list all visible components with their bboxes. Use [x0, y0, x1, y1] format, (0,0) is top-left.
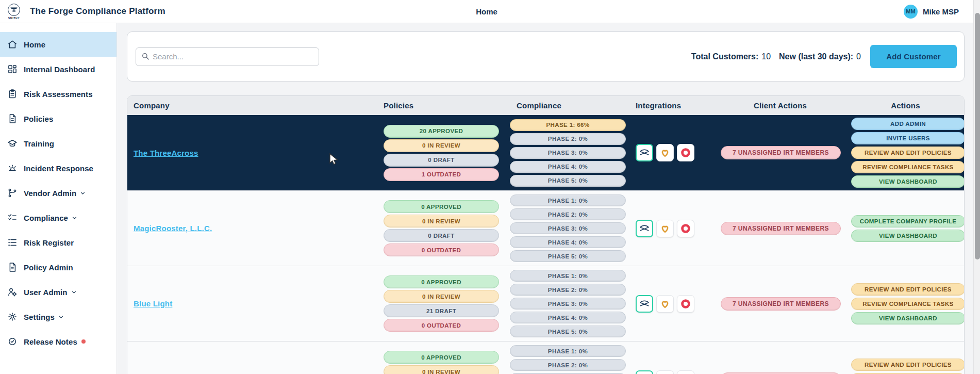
- policy-badge-review: 0 IN REVIEW: [384, 290, 499, 303]
- integration-bridge-icon[interactable]: [636, 295, 653, 313]
- company-link[interactable]: The ThreeAcross: [134, 149, 198, 157]
- search-input[interactable]: [136, 47, 319, 66]
- action-button-view-dashboard[interactable]: VIEW DASHBOARD: [851, 175, 965, 188]
- integration-bridge-icon[interactable]: [636, 220, 653, 237]
- table-row-the-threeacross: The ThreeAcross20 APPROVED0 IN REVIEW0 D…: [127, 115, 964, 190]
- client-action-badge: 7 UNASSIGNED IRT MEMBERS: [721, 297, 841, 311]
- compliance-cell: PHASE 1: 0%PHASE 2: 0%PHASE 3: 0%PHASE 4…: [503, 266, 630, 341]
- integrations-cell: [630, 191, 715, 266]
- phase-badge: PHASE 3: 0%: [510, 147, 626, 159]
- company-cell: Blue Light: [127, 266, 379, 341]
- actions-cell: REVIEW AND EDIT POLICIESREVIEW COMPLIANC…: [846, 266, 965, 341]
- add-customer-button[interactable]: Add Customer: [870, 45, 957, 68]
- policy-badge-approved: 0 APPROVED: [384, 275, 499, 288]
- sidebar-item-internal-dashboard[interactable]: Internal Dashboard: [0, 57, 117, 82]
- company-cell: The ThreeAcross: [127, 115, 379, 190]
- sidebar-item-home[interactable]: Home: [0, 32, 117, 57]
- integration-shield-icon[interactable]: [656, 144, 674, 161]
- column-header-actions: Actions: [846, 96, 965, 115]
- brand[interactable]: SMITHY The Forge Compliance Platform: [4, 4, 165, 20]
- company-link[interactable]: Blue Light: [134, 299, 172, 308]
- integration-shield-icon[interactable]: [656, 295, 674, 313]
- chevron-down-icon: [71, 289, 77, 296]
- list-icon: [7, 237, 18, 248]
- client-actions-cell: 7 UNASSIGNED IRT MEMBERS: [715, 191, 846, 266]
- sidebar-item-label: Release Notes: [24, 337, 77, 346]
- new-customers-stat: New (last 30 days): 0: [779, 52, 861, 61]
- integration-shield-icon[interactable]: [656, 370, 674, 374]
- action-button-invite-users[interactable]: INVITE USERS: [851, 132, 965, 144]
- column-header-compliance: Compliance: [503, 96, 630, 115]
- action-button-review-compliance-tasks[interactable]: REVIEW COMPLIANCE TASKS: [851, 298, 965, 310]
- action-button-review-and-edit-policies[interactable]: REVIEW AND EDIT POLICIES: [851, 359, 965, 371]
- sidebar-item-label: Training: [24, 139, 54, 148]
- sidebar-item-settings[interactable]: Settings: [0, 304, 117, 329]
- action-button-view-dashboard[interactable]: VIEW DASHBOARD: [851, 312, 965, 324]
- main-content: Total Customers: 10 New (last 30 days): …: [117, 23, 973, 374]
- action-button-review-and-edit-policies[interactable]: REVIEW AND EDIT POLICIES: [851, 147, 965, 159]
- action-button-add-admin[interactable]: ADD ADMIN: [851, 118, 965, 130]
- action-button-view-dashboard[interactable]: VIEW DASHBOARD: [851, 230, 965, 242]
- phase-badge: PHASE 3: 0%: [510, 222, 626, 234]
- integration-ring-icon[interactable]: [677, 295, 694, 313]
- company-link[interactable]: MagicRooster, L.L.C.: [134, 224, 212, 233]
- integration-ring-icon[interactable]: [677, 370, 694, 374]
- phase-badge: PHASE 1: 0%: [510, 345, 626, 357]
- toolbar-card: Total Customers: 10 New (last 30 days): …: [127, 31, 965, 82]
- action-button-review-and-edit-policies[interactable]: REVIEW AND EDIT POLICIES: [851, 283, 965, 296]
- sidebar-item-policy-admin[interactable]: Policy Admin: [0, 255, 117, 280]
- policy-badge-review: 0 IN REVIEW: [384, 139, 499, 152]
- sidebar-item-vendor-admin[interactable]: Vendor Admin: [0, 181, 117, 205]
- chevron-down-icon: [58, 314, 64, 320]
- policy-badge-outdated: 0 OUTDATED: [384, 319, 499, 332]
- action-button-complete-company-profile[interactable]: COMPLETE COMPANY PROFILE: [851, 215, 965, 227]
- total-customers-stat: Total Customers: 10: [691, 52, 771, 61]
- avatar[interactable]: MM: [904, 5, 918, 19]
- sidebar-nav: HomeInternal DashboardRisk AssessmentsPo…: [0, 23, 117, 354]
- policy-badge-review: 0 IN REVIEW: [384, 215, 499, 227]
- integration-shield-icon[interactable]: [656, 220, 674, 237]
- sidebar-item-user-admin[interactable]: User Admin: [0, 280, 117, 304]
- sidebar-item-training[interactable]: Training: [0, 131, 117, 156]
- policy-badge-approved: 20 APPROVED: [384, 125, 499, 138]
- sidebar-item-label: Home: [24, 40, 45, 49]
- sidebar: HomeInternal DashboardRisk AssessmentsPo…: [0, 23, 117, 374]
- phase-badge: PHASE 3: 0%: [510, 298, 626, 310]
- scrollbar-thumb[interactable]: [975, 13, 980, 259]
- sidebar-item-label: Settings: [24, 313, 55, 321]
- scrollbar-track: [973, 0, 980, 374]
- customers-table: CompanyPoliciesComplianceIntegrationsCli…: [127, 95, 965, 374]
- sidebar-item-incident-response[interactable]: Incident Response: [0, 156, 117, 181]
- integration-ring-icon[interactable]: [677, 220, 694, 237]
- client-actions-cell: 7 UNASSIGNED IRT MEMBERS: [715, 266, 846, 341]
- logo-text: SMITHY: [8, 17, 20, 20]
- table-body: The ThreeAcross20 APPROVED0 IN REVIEW0 D…: [127, 115, 964, 374]
- phase-badge: PHASE 2: 0%: [510, 133, 626, 145]
- integration-bridge-icon[interactable]: [636, 370, 653, 374]
- integration-bridge-icon[interactable]: [636, 144, 653, 161]
- sidebar-item-compliance[interactable]: Compliance: [0, 205, 117, 230]
- sidebar-item-risk-register[interactable]: Risk Register: [0, 230, 117, 255]
- integrations-cell: [630, 342, 715, 374]
- company-cell: [127, 342, 379, 374]
- topbar: SMITHY The Forge Compliance Platform Hom…: [0, 0, 973, 23]
- actions-cell: ADD ADMININVITE USERSREVIEW AND EDIT POL…: [846, 115, 965, 190]
- page-title: Home: [476, 7, 497, 16]
- sidebar-item-policies[interactable]: Policies: [0, 106, 117, 131]
- phase-badge: PHASE 2: 0%: [510, 284, 626, 296]
- total-customers-label: Total Customers:: [691, 52, 758, 61]
- sidebar-item-risk-assessments[interactable]: Risk Assessments: [0, 82, 117, 106]
- app-title: The Forge Compliance Platform: [30, 6, 165, 17]
- policy-badge-review: 0 IN REVIEW: [384, 365, 499, 374]
- action-button-review-compliance-tasks[interactable]: REVIEW COMPLIANCE TASKS: [851, 161, 965, 173]
- policy-badge-approved: 0 APPROVED: [384, 351, 499, 364]
- graduation-cap-icon: [7, 138, 18, 149]
- user-menu[interactable]: MM Mike MSP: [904, 5, 959, 19]
- phase-badge: PHASE 5: 0%: [510, 250, 626, 262]
- company-cell: MagicRooster, L.L.C.: [127, 191, 379, 266]
- integration-ring-icon[interactable]: [677, 144, 694, 161]
- customer-stats: Total Customers: 10 New (last 30 days): …: [691, 52, 861, 61]
- sidebar-item-release-notes[interactable]: Release Notes: [0, 329, 117, 354]
- policy-badge-draft: 21 DRAFT: [384, 304, 499, 317]
- table-row-blue-light: Blue Light0 APPROVED0 IN REVIEW21 DRAFT0…: [127, 266, 964, 341]
